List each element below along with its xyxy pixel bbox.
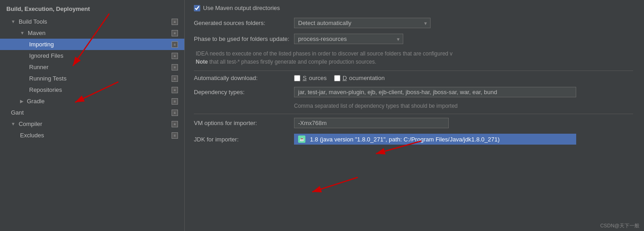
use-maven-row: Use Maven output directories bbox=[194, 5, 633, 11]
sources-label-text: ources bbox=[309, 75, 327, 81]
chevron-icon: ▼ bbox=[20, 30, 25, 35]
content-panel: Use Maven output directories Generated s… bbox=[185, 0, 644, 231]
phase-dropdown-wrapper: process-resources generate-sources compi… bbox=[294, 34, 403, 44]
page-icon: ≡ bbox=[172, 53, 178, 59]
dependency-types-label: Dependency types: bbox=[194, 89, 294, 95]
sidebar-item-label: Importing bbox=[29, 41, 54, 48]
sources-checkbox[interactable] bbox=[294, 75, 300, 81]
page-icon: ≡ bbox=[172, 87, 178, 93]
vm-options-row: VM options for importer: bbox=[194, 118, 633, 128]
sidebar-item-runner[interactable]: Runner ≡ bbox=[0, 61, 184, 73]
watermark: CSDN@天下一般 bbox=[600, 222, 639, 229]
sidebar-item-build-tools[interactable]: ▼ Build Tools ≡ bbox=[0, 16, 184, 27]
generated-sources-row: Generated sources folders: Detect automa… bbox=[194, 18, 633, 28]
page-icon: ≡ bbox=[172, 64, 178, 70]
sidebar-item-gant[interactable]: Gant ≡ bbox=[0, 107, 184, 118]
generated-sources-dropdown-wrapper: Detect automatically Maven default Custo… bbox=[294, 18, 431, 28]
auto-download-label: Automatically download: bbox=[194, 75, 294, 81]
sidebar-item-label: Build Tools bbox=[19, 18, 47, 25]
use-maven-checkbox[interactable] bbox=[194, 5, 200, 11]
sidebar-item-compiler[interactable]: ▼ Compiler ≡ bbox=[0, 118, 184, 130]
vm-options-input[interactable] bbox=[294, 118, 449, 128]
info-line1: IDEA needs to execute one of the listed … bbox=[196, 50, 452, 57]
separator2 bbox=[194, 114, 633, 114]
sidebar-item-repositories[interactable]: Repositories ≡ bbox=[0, 84, 184, 95]
sidebar-item-label: Ignored Files bbox=[29, 52, 63, 59]
documentation-check-label: Documentation bbox=[334, 75, 385, 81]
dependency-types-row: Dependency types: jar, test-jar, maven-p… bbox=[194, 87, 633, 97]
jdk-value: 1.8 (java version "1.8.0_271", path: C:/… bbox=[310, 136, 500, 143]
sidebar-item-maven[interactable]: ▼ Maven ≡ bbox=[0, 27, 184, 39]
sidebar-item-excludes[interactable]: Excludes ≡ bbox=[0, 130, 184, 141]
documentation-checkbox[interactable] bbox=[334, 75, 340, 81]
phase-label: Phase to be used for folders update: bbox=[194, 35, 294, 42]
sources-check-label: Sources bbox=[294, 75, 327, 81]
use-maven-label: Use Maven output directories bbox=[203, 5, 280, 11]
page-icon: ≡ bbox=[172, 98, 178, 105]
generated-sources-dropdown[interactable]: Detect automatically Maven default Custo… bbox=[294, 18, 431, 28]
sidebar-item-running-tests[interactable]: Running Tests ≡ bbox=[0, 73, 184, 84]
page-icon: ≡ bbox=[172, 19, 178, 25]
chevron-icon: ▶ bbox=[20, 99, 24, 104]
chevron-icon: ▼ bbox=[11, 19, 15, 24]
separator bbox=[194, 70, 633, 71]
page-icon: ≡ bbox=[172, 41, 178, 48]
info-bold: Note bbox=[196, 59, 208, 65]
sidebar-item-ignored-files[interactable]: Ignored Files ≡ bbox=[0, 50, 184, 61]
jdk-row: JDK for importer: ☕ 1.8 (java version "1… bbox=[194, 134, 633, 145]
sidebar-item-importing[interactable]: Importing ≡ bbox=[0, 39, 184, 50]
page-icon: ≡ bbox=[172, 75, 178, 82]
sidebar-item-label: Compiler bbox=[19, 121, 42, 127]
phase-row: Phase to be used for folders update: pro… bbox=[194, 34, 633, 44]
sidebar-title: Build, Execution, Deployment bbox=[0, 0, 184, 16]
dependency-types-input[interactable]: jar, test-jar, maven-plugin, ejb, ejb-cl… bbox=[294, 87, 576, 97]
documentation-label-text: ocumentation bbox=[349, 75, 385, 81]
page-icon: ≡ bbox=[172, 30, 178, 36]
sidebar-item-gradle[interactable]: ▶ Gradle ≡ bbox=[0, 95, 184, 107]
sidebar-item-label: Excludes bbox=[20, 132, 44, 139]
vm-options-label: VM options for importer: bbox=[194, 120, 294, 126]
page-icon: ≡ bbox=[172, 132, 178, 139]
sidebar-item-label: Maven bbox=[28, 30, 46, 36]
chevron-icon: ▼ bbox=[11, 121, 15, 126]
page-icon: ≡ bbox=[172, 110, 178, 116]
sidebar-item-label: Repositories bbox=[29, 86, 62, 93]
info-line2: that all test-* phases firstly generate … bbox=[208, 59, 376, 65]
jdk-input[interactable]: ☕ 1.8 (java version "1.8.0_271", path: C… bbox=[294, 134, 576, 145]
sidebar-item-label: Gant bbox=[11, 109, 24, 116]
sidebar-item-label: Gradle bbox=[27, 98, 45, 105]
sources-label: S bbox=[303, 75, 307, 81]
sidebar-item-label: Running Tests bbox=[29, 75, 66, 82]
documentation-label: D bbox=[343, 75, 347, 81]
svg-line-4 bbox=[312, 177, 358, 192]
dependency-types-note: Comma separated list of dependency types… bbox=[194, 103, 633, 109]
page-icon: ≡ bbox=[172, 121, 178, 127]
phase-dropdown[interactable]: process-resources generate-sources compi… bbox=[294, 34, 403, 44]
jdk-icon: ☕ bbox=[298, 136, 305, 143]
auto-download-options: Sources Documentation bbox=[294, 75, 633, 81]
sidebar: Build, Execution, Deployment ▼ Build Too… bbox=[0, 0, 185, 231]
sidebar-item-label: Runner bbox=[29, 64, 49, 70]
jdk-label: JDK for importer: bbox=[194, 136, 294, 143]
auto-download-row: Automatically download: Sources Document… bbox=[194, 75, 633, 81]
generated-sources-label: Generated sources folders: bbox=[194, 20, 294, 26]
info-text: IDEA needs to execute one of the listed … bbox=[194, 50, 603, 66]
